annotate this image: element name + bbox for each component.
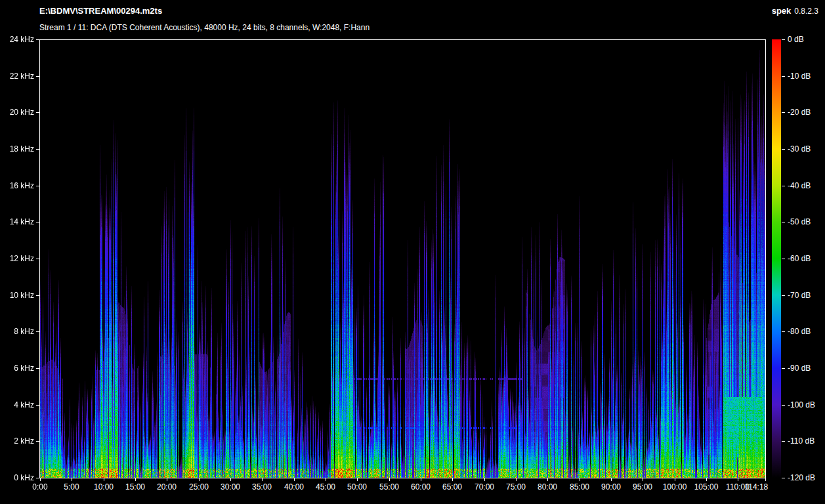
db-tick xyxy=(782,76,785,77)
time-tick-label: 100:00 xyxy=(663,483,687,491)
frequency-tick-label: 22 kHz xyxy=(1,72,34,80)
time-tick xyxy=(452,478,453,481)
db-tick-label: -90 dB xyxy=(788,364,825,372)
db-tick-label: -60 dB xyxy=(788,255,825,262)
frequency-tick xyxy=(36,76,39,77)
db-tick-label: -110 dB xyxy=(788,437,825,445)
time-tick xyxy=(40,478,41,481)
db-tick xyxy=(782,331,785,332)
time-tick-label: 90:00 xyxy=(601,483,621,491)
frequency-tick xyxy=(36,112,39,113)
frequency-tick-label: 8 kHz xyxy=(1,327,34,335)
frequency-tick xyxy=(36,478,39,478)
time-tick xyxy=(580,478,580,481)
time-tick-label: 114:18 xyxy=(744,483,768,491)
time-tick-label: 85:00 xyxy=(570,483,589,491)
frequency-tick-label: 12 kHz xyxy=(1,255,34,262)
app-version-label: spek0.8.2.3 xyxy=(772,6,818,16)
spectrogram-plot xyxy=(39,39,766,478)
time-tick xyxy=(199,478,200,481)
frequency-tick xyxy=(36,368,39,369)
time-tick-label: 75:00 xyxy=(506,483,526,491)
db-tick-label: -40 dB xyxy=(788,182,825,190)
frequency-tick xyxy=(36,295,39,296)
frequency-tick-label: 14 kHz xyxy=(1,218,34,226)
time-tick-label: 50:00 xyxy=(347,483,367,491)
frequency-tick-label: 6 kHz xyxy=(1,364,34,372)
frequency-tick xyxy=(36,441,39,442)
time-tick xyxy=(421,478,421,481)
time-tick xyxy=(643,478,643,481)
frequency-tick-label: 20 kHz xyxy=(1,108,34,116)
time-tick xyxy=(294,478,295,481)
spectrogram-canvas xyxy=(40,40,765,478)
time-tick-label: 5:00 xyxy=(64,483,79,491)
app-version: 0.8.2.3 xyxy=(794,7,818,16)
db-tick xyxy=(782,259,785,259)
time-tick xyxy=(326,478,326,481)
db-tick xyxy=(782,405,785,406)
stream-info: Stream 1 / 11: DCA (DTS Coherent Acousti… xyxy=(39,23,370,32)
app-name: spek xyxy=(772,6,792,16)
time-tick-label: 70:00 xyxy=(475,483,494,491)
db-tick-label: -70 dB xyxy=(788,291,825,299)
spek-window: E:\BDMV\STREAM\00294.m2ts spek0.8.2.3 St… xyxy=(0,0,825,504)
db-tick xyxy=(782,222,785,222)
db-tick-label: -20 dB xyxy=(788,108,825,116)
time-tick xyxy=(675,478,675,481)
db-tick xyxy=(782,39,785,40)
time-tick-label: 15:00 xyxy=(125,483,145,491)
time-tick xyxy=(611,478,612,481)
time-tick xyxy=(547,478,548,481)
time-tick-label: 35:00 xyxy=(252,483,272,491)
time-tick-label: 30:00 xyxy=(221,483,240,491)
frequency-tick xyxy=(36,149,39,150)
time-tick-label: 65:00 xyxy=(442,483,462,491)
time-tick-label: 60:00 xyxy=(411,483,431,491)
time-tick xyxy=(135,478,136,481)
frequency-tick-label: 24 kHz xyxy=(1,35,34,43)
time-tick-label: 45:00 xyxy=(316,483,335,491)
db-tick xyxy=(782,368,785,369)
time-tick-label: 95:00 xyxy=(633,483,652,491)
time-tick xyxy=(484,478,485,481)
time-tick-label: 105:00 xyxy=(694,483,719,491)
db-tick-label: 0 dB xyxy=(788,35,825,43)
frequency-tick-label: 16 kHz xyxy=(1,182,34,190)
file-path-title: E:\BDMV\STREAM\00294.m2ts xyxy=(39,6,162,16)
time-tick xyxy=(262,478,263,481)
time-tick-label: 20:00 xyxy=(157,483,177,491)
time-tick xyxy=(706,478,707,481)
frequency-tick xyxy=(36,331,39,332)
frequency-tick xyxy=(36,259,39,259)
frequency-tick-label: 4 kHz xyxy=(1,401,34,409)
frequency-tick xyxy=(36,405,39,406)
time-tick xyxy=(72,478,72,481)
frequency-tick xyxy=(36,222,39,222)
time-tick xyxy=(738,478,738,481)
db-tick-label: -100 dB xyxy=(788,401,825,409)
frequency-tick-label: 2 kHz xyxy=(1,437,34,445)
time-tick-label: 55:00 xyxy=(379,483,399,491)
time-tick-label: 10:00 xyxy=(94,483,114,491)
time-tick xyxy=(357,478,358,481)
db-tick-label: -50 dB xyxy=(788,218,825,226)
time-tick-label: 80:00 xyxy=(538,483,557,491)
db-tick xyxy=(782,295,785,296)
db-tick xyxy=(782,112,785,113)
time-tick xyxy=(765,478,766,481)
db-tick xyxy=(782,441,785,442)
frequency-tick-label: 10 kHz xyxy=(1,291,34,299)
time-tick xyxy=(104,478,104,481)
db-tick xyxy=(782,149,785,150)
frequency-tick-label: 18 kHz xyxy=(1,145,34,153)
frequency-tick-label: 0 kHz xyxy=(1,474,34,482)
db-tick-label: -30 dB xyxy=(788,145,825,153)
db-tick-label: -80 dB xyxy=(788,327,825,335)
db-tick-label: -120 dB xyxy=(788,474,825,482)
db-tick-label: -10 dB xyxy=(788,72,825,80)
colorbar-gradient xyxy=(772,39,781,478)
time-tick-label: 25:00 xyxy=(189,483,209,491)
time-tick xyxy=(389,478,390,481)
time-tick xyxy=(167,478,167,481)
